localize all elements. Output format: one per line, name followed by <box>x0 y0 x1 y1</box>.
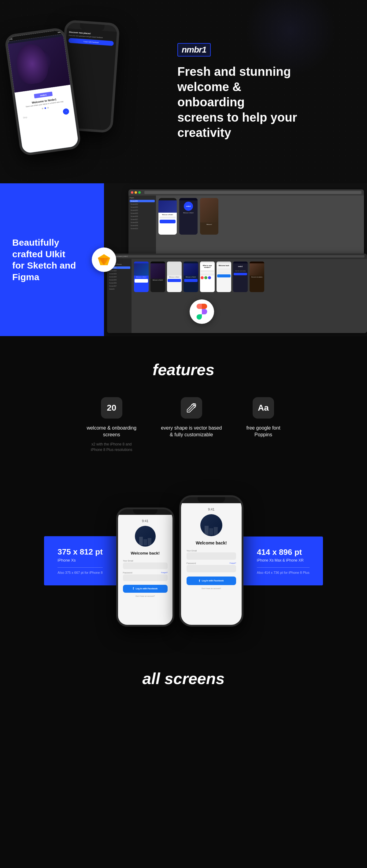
size-left-number: 375 x 812 pt <box>57 547 103 557</box>
facebook-btn[interactable]: f Log In with Facebook <box>123 585 168 593</box>
figma-icon-circle <box>190 300 214 324</box>
phone-logo-text: nmbr1 <box>40 93 47 97</box>
size-label-right: 414 x 896 pt iPhone Xs Max & iPhone XR A… <box>244 536 323 585</box>
tools-section: Beautifully crafted UIkit for Sketch and… <box>0 183 367 336</box>
feature-title-vector: every shape is vector based& fully custo… <box>161 425 222 438</box>
size-right-number: 414 x 896 pt <box>257 548 302 557</box>
size-left-also: Also 375 x 667 pt for iPhone 8 <box>57 567 103 575</box>
hero-content: nmbr1 Fresh and stunning welcome & onboa… <box>159 31 367 152</box>
features-title: features <box>18 361 349 379</box>
feature-icon-font: Aa <box>253 397 274 418</box>
feature-item-screens: 20 welcome & onboardingscreens x2 with t… <box>87 397 136 453</box>
feature-item-font: Aa free google fontPoppins <box>246 397 280 441</box>
phone-xs-status: 9:41 <box>142 519 148 523</box>
figma-screenshot: welcome screens_nmbr1 Pages Screens for … <box>107 254 367 333</box>
feature-item-vector: every shape is vector based& fully custo… <box>161 397 222 441</box>
phone-xs-title: Welcome back! <box>131 551 160 555</box>
feature-sub-screens: x2 with the iPhone 8 andiPhone 8 Plus re… <box>91 441 132 453</box>
tools-right: Pages Screen001 Screen002 Screen003 Scre… <box>104 183 367 336</box>
size-left-device: iPhone Xs <box>57 558 76 562</box>
email-label-2: Your Email <box>187 550 236 552</box>
feature-icon-20: 20 <box>101 397 122 418</box>
dot-3 <box>47 107 49 109</box>
skip-btn[interactable]: Skip <box>23 116 27 119</box>
vector-pen-icon <box>186 402 197 413</box>
forgot-label-2: Forgot? <box>230 562 236 564</box>
phone-xs: 9:41 Welcome back! Your Email Password <box>116 507 174 627</box>
features-grid: 20 welcome & onboardingscreens x2 with t… <box>18 397 349 453</box>
all-screens-section: all screens <box>0 651 367 700</box>
email-label: Your Email <box>123 560 168 562</box>
brand-logo: nmbr1 <box>177 43 211 57</box>
password-label-2: Password <box>187 562 196 564</box>
size-right-also: Also 414 x 736 pt for iPhone 8 Plus <box>257 567 310 575</box>
facebook-btn-2[interactable]: f Log In with Facebook <box>187 577 236 585</box>
no-account: Don't have an account? <box>123 595 168 597</box>
feature-icon-vector <box>181 397 202 418</box>
forgot-label: Forgot? <box>161 571 168 574</box>
size-label-left: 375 x 812 pt iPhone Xs Also 375 x 667 pt… <box>44 536 116 585</box>
phone-xsmax-title: Welcome back! <box>196 540 227 546</box>
figma-logo-icon <box>196 304 207 319</box>
features-section: features 20 welcome & onboardingscreens … <box>0 336 367 477</box>
status-battery: ●●● <box>57 31 61 33</box>
dot-1 <box>41 107 44 110</box>
hero-headline: Fresh and stunning welcome & onboarding … <box>177 64 300 140</box>
phone-logo: nmbr1 <box>34 92 53 98</box>
sizes-section: 375 x 812 pt iPhone Xs Also 375 x 667 pt… <box>0 477 367 651</box>
hero-phones: Discover new places! Find your next adve… <box>0 12 159 171</box>
brand-name: nmbr1 <box>182 45 206 55</box>
phone-back-fb-btn: f Log in with Facebook <box>68 38 114 46</box>
phone-pagination <box>41 107 49 110</box>
no-account-2: Don't have an account? <box>187 588 236 589</box>
phone-hero-image <box>8 36 70 93</box>
sketch-screenshot: Pages Screen001 Screen002 Screen003 Scre… <box>129 189 364 257</box>
feature-title-font: free google fontPoppins <box>246 425 280 438</box>
size-right-device: iPhone Xs Max & iPhone XR <box>257 558 304 562</box>
phones-center: 9:41 Welcome back! Your Email Password <box>116 495 244 627</box>
sketch-icon-circle <box>92 247 116 272</box>
svg-point-5 <box>193 405 195 406</box>
phone-xsmax-screen: 9:41 Welcome back! Your Email Password F… <box>181 503 242 625</box>
feature-title-screens: welcome & onboardingscreens <box>87 425 136 438</box>
phone-xs-avatar <box>135 526 156 547</box>
dot-2 <box>44 107 46 109</box>
all-screens-title: all screens <box>0 670 367 688</box>
phone-xs-screen: 9:41 Welcome back! Your Email Password <box>118 515 172 625</box>
password-label: Password <box>123 571 133 574</box>
hero-section: Discover new places! Find your next adve… <box>0 0 367 183</box>
tools-headline: Beautifully crafted UIkit for Sketch and… <box>12 237 92 283</box>
phone-xs-max: 9:41 Welcome back! Your Email Password F… <box>179 495 244 627</box>
phone-xsmax-avatar <box>200 514 222 536</box>
next-btn[interactable]: → <box>63 108 70 115</box>
sketch-logo-icon <box>97 254 111 266</box>
status-time: 9:41 <box>9 38 13 40</box>
tools-left: Beautifully crafted UIkit for Sketch and… <box>0 183 104 336</box>
